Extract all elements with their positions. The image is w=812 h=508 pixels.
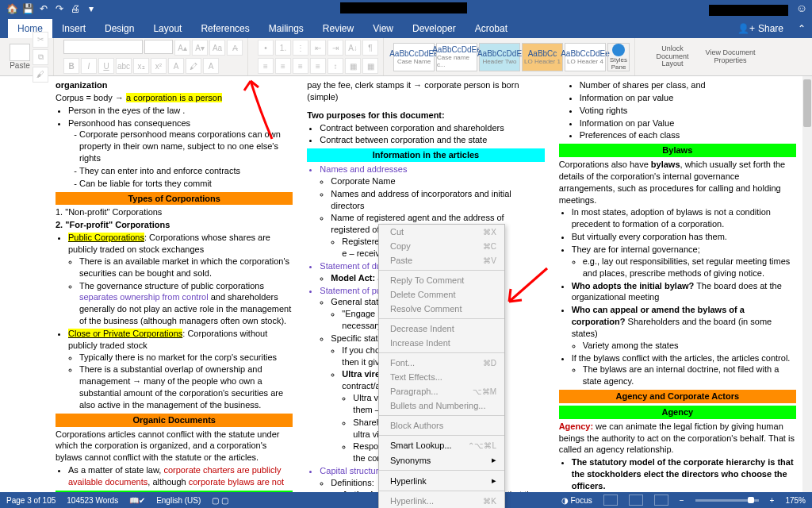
- style-case-name[interactable]: AaBbCcDdEeCase Name: [393, 43, 435, 71]
- text-effect-button[interactable]: A: [168, 58, 184, 74]
- save-icon[interactable]: 💾: [21, 2, 35, 16]
- style-lo-header-1[interactable]: AaBbCcLO Header 1: [522, 43, 563, 71]
- ctx-synonyms[interactable]: Synonyms▸: [379, 452, 504, 468]
- line-spacing-button[interactable]: ↕: [327, 58, 343, 74]
- align-center-button[interactable]: ≡: [275, 58, 291, 74]
- inc-indent-button[interactable]: ⇥: [327, 40, 343, 56]
- subscript-button[interactable]: x₂: [133, 58, 149, 74]
- dec-indent-button[interactable]: ⇤: [310, 40, 326, 56]
- status-words[interactable]: 104523 Words: [67, 496, 118, 505]
- ctx-cut: Cut⌘X: [379, 225, 504, 239]
- view-web-button[interactable]: [654, 495, 668, 506]
- tab-insert[interactable]: Insert: [52, 19, 95, 38]
- justify-button[interactable]: ≡: [310, 58, 326, 74]
- quick-access-toolbar: 🏠 💾 ↶ ↷ 🖨 ▾: [5, 2, 98, 16]
- header-organic-documents: Organic Documents: [56, 414, 293, 427]
- header-info-in-articles: Information in the articles: [307, 148, 544, 162]
- cut-button[interactable]: ✂: [33, 32, 48, 48]
- print-icon[interactable]: 🖨: [68, 2, 82, 16]
- header-agency: Agency: [559, 406, 796, 419]
- styles-pane-button[interactable]: Styles Pane: [607, 43, 630, 71]
- bullets-button[interactable]: •: [258, 40, 274, 56]
- view-doc-props-button[interactable]: View Document Properties: [703, 49, 758, 65]
- multilevel-button[interactable]: ⋮: [293, 40, 308, 56]
- ctx-text-effects: Text Effects...: [379, 370, 504, 384]
- tab-design[interactable]: Design: [95, 19, 144, 38]
- sort-button[interactable]: A↓: [345, 40, 361, 56]
- clear-format-button[interactable]: A̶: [227, 40, 243, 56]
- zoom-in-button[interactable]: +: [770, 496, 775, 505]
- shading-button[interactable]: ▦: [345, 58, 361, 74]
- document-title-redacted: [340, 2, 467, 13]
- ctx-paragraph: Paragraph...⌥⌘M: [379, 384, 504, 398]
- style-header-two[interactable]: AaBbCcDdEHeader Two: [479, 43, 520, 71]
- heading-organization: organization: [56, 79, 293, 91]
- numbering-button[interactable]: 1.: [275, 40, 291, 56]
- font-size-select[interactable]: [144, 40, 173, 54]
- ctx-smart-lookup[interactable]: Smart Lookup...⌃⌥⌘L: [379, 438, 504, 452]
- redo-icon[interactable]: ↷: [52, 2, 67, 16]
- bold-button[interactable]: B: [63, 58, 79, 74]
- ctx-bullets-numbering: Bullets and Numbering...: [379, 398, 504, 413]
- superscript-button[interactable]: x²: [151, 58, 167, 74]
- tab-developer[interactable]: Developer: [403, 19, 465, 38]
- focus-mode-button[interactable]: ◑ Focus: [561, 496, 592, 505]
- header-agency-actors: Agency and Corporate Actors: [559, 390, 796, 403]
- font-family-select[interactable]: [63, 40, 143, 54]
- zoom-level[interactable]: 175%: [785, 496, 806, 505]
- font-color-button[interactable]: A: [203, 58, 219, 74]
- ribbon-tabs: Home Insert Design Layout References Mai…: [0, 17, 812, 38]
- view-print-button[interactable]: [629, 495, 643, 506]
- column-1: organization Corpus = body → a corporati…: [56, 79, 293, 489]
- ctx-hyperlink: Hyperlink...⌘K: [379, 494, 504, 508]
- shrink-font-button[interactable]: A▾: [192, 40, 208, 56]
- italic-button[interactable]: I: [81, 58, 97, 74]
- share-button[interactable]: 👤+Share: [730, 19, 791, 38]
- change-case-button[interactable]: Aa: [209, 40, 225, 56]
- tab-layout[interactable]: Layout: [144, 19, 191, 38]
- scrollbar-thumb[interactable]: [803, 79, 811, 127]
- status-spellcheck-icon[interactable]: 📖✔: [129, 496, 145, 505]
- copy-button[interactable]: ⧉: [33, 49, 48, 65]
- ctx-paste: Paste⌘V: [379, 253, 504, 267]
- tab-view[interactable]: View: [363, 19, 403, 38]
- title-bar: 🏠 💾 ↶ ↷ 🖨 ▾ ☺: [0, 0, 812, 17]
- ctx-hyperlink-submenu[interactable]: Hyperlink▸: [379, 473, 504, 488]
- styles-group: AaBbCcDdEeCase Name AaBbCcDdEeCase name …: [389, 38, 635, 75]
- view-read-button[interactable]: [603, 495, 618, 506]
- tab-references[interactable]: References: [191, 19, 259, 38]
- home-icon[interactable]: 🏠: [5, 2, 19, 16]
- status-page[interactable]: Page 3 of 105: [6, 496, 56, 505]
- ctx-increase-indent: Increase Indent: [379, 336, 504, 350]
- font-group: A▴ A▾ Aa A̶ B I U abc x₂ x² A 🖍 A: [59, 38, 248, 75]
- borders-button[interactable]: ▦: [362, 58, 378, 74]
- column-3: Number of shares per class, and Informat…: [559, 79, 796, 489]
- strike-button[interactable]: abc: [116, 58, 132, 74]
- ribbon-collapse-icon[interactable]: ⌃: [791, 19, 812, 38]
- share-icon: 👤+: [737, 23, 755, 34]
- unlock-layout-button[interactable]: Unlock Document Layout: [645, 45, 700, 69]
- ctx-block-authors: Block Authors: [379, 418, 504, 433]
- clipboard-group: Paste ✂ ⧉ 🖌: [5, 38, 54, 75]
- vertical-scrollbar[interactable]: [802, 76, 812, 492]
- underline-button[interactable]: U: [98, 58, 114, 74]
- status-language[interactable]: English (US): [156, 496, 201, 505]
- header-bylaws: Bylaws: [559, 144, 796, 157]
- zoom-out-button[interactable]: −: [680, 496, 684, 505]
- zoom-slider[interactable]: [695, 499, 759, 502]
- tab-mailings[interactable]: Mailings: [259, 19, 313, 38]
- style-case-name-c[interactable]: AaBbCcDdEeCase name c...: [436, 43, 477, 71]
- highlight-button[interactable]: 🖍: [186, 58, 201, 74]
- style-lo-header-4[interactable]: AaBbCcDdEeLO Header 4: [565, 43, 606, 71]
- qat-more-icon[interactable]: ▾: [84, 2, 98, 16]
- undo-icon[interactable]: ↶: [36, 2, 51, 16]
- tab-acrobat[interactable]: Acrobat: [465, 19, 517, 38]
- grow-font-button[interactable]: A▴: [174, 40, 190, 56]
- paste-button[interactable]: Paste: [10, 44, 30, 70]
- align-right-button[interactable]: ≡: [293, 58, 308, 74]
- tab-review[interactable]: Review: [313, 19, 363, 38]
- show-marks-button[interactable]: ¶: [362, 40, 378, 56]
- ctx-delete-comment: Delete Comment: [379, 287, 504, 302]
- align-left-button[interactable]: ≡: [258, 58, 274, 74]
- feedback-icon[interactable]: ☺: [796, 2, 807, 14]
